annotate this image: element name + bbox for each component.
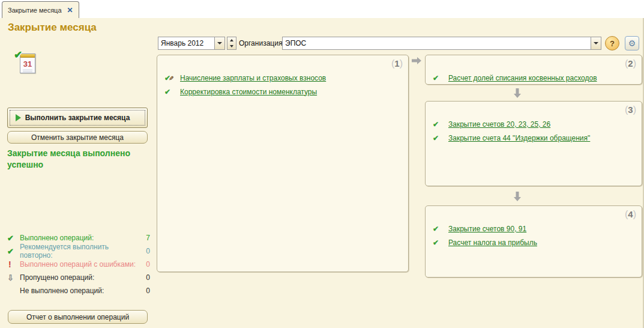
organization-label: Организация: xyxy=(239,39,284,47)
stat-value: 0 xyxy=(142,273,150,282)
operation-row: ✔Корректировка стоимости номенклатуры xyxy=(164,85,402,99)
tab-month-closing[interactable]: Закрытие месяца ✕ xyxy=(2,1,79,18)
settings-button[interactable]: ⚙ xyxy=(625,36,639,50)
stat-label: Не выполнено операций: xyxy=(20,287,142,295)
check-icon: ✔ xyxy=(433,120,443,129)
operation-row: ✔Расчет налога на прибыль xyxy=(433,235,636,249)
help-button[interactable]: ? xyxy=(605,36,619,50)
flow-arrow-down-icon xyxy=(513,88,522,99)
stat-label: Выполнено операций с ошибками: xyxy=(20,260,142,269)
flow-arrow-down-icon xyxy=(513,191,522,202)
execute-closing-button[interactable]: Выполнить закрытие месяца xyxy=(7,108,148,128)
month-closing-page: Закрытие месяца Январь 2012 Организация:… xyxy=(0,18,644,328)
month-closing-calendar-icon: 31 ✔ xyxy=(14,50,40,76)
operation-link[interactable]: Расчет долей списания косвенных расходов xyxy=(448,74,597,82)
operation-row: ✔Закрытие счетов 20, 23, 25, 26 xyxy=(433,117,636,131)
stage-panel-1: 1 ✔✎Начисление зарплаты и страховых взно… xyxy=(157,55,409,272)
stage-panel-3: 3 ✔Закрытие счетов 20, 23, 25, 26✔Закрыт… xyxy=(425,101,642,186)
operation-link[interactable]: Закрытие счета 44 "Издержки обращения" xyxy=(448,134,590,142)
operation-row: ✔Расчет долей списания косвенных расходо… xyxy=(433,71,636,85)
operation-link[interactable]: Закрытие счетов 90, 91 xyxy=(448,225,526,233)
operation-link[interactable]: Закрытие счетов 20, 23, 25, 26 xyxy=(448,120,550,129)
step-down-button[interactable] xyxy=(227,43,236,49)
stat-value: 7 xyxy=(142,234,150,242)
chevron-down-icon xyxy=(594,42,598,44)
flow-arrow-right-icon xyxy=(411,56,422,65)
check-icon: ✔ xyxy=(7,247,20,256)
status-message: Закрытие месяца выполнено успешно xyxy=(7,148,156,171)
stat-row: ⇩Пропущено операций:0 xyxy=(7,271,150,284)
operation-row: ✔Закрытие счета 44 "Издержки обращения" xyxy=(433,131,636,145)
stats-list: ✔Выполнено операций:7✔Рекомендуется выпо… xyxy=(7,231,150,297)
cancel-closing-label: Отменить закрытие месяца xyxy=(31,133,124,142)
play-icon xyxy=(16,114,21,121)
check-icon: ✔ xyxy=(14,49,22,61)
calendar-line xyxy=(23,70,32,70)
calendar-line xyxy=(23,71,32,72)
stat-row: !Выполнено операций с ошибками:0 xyxy=(7,258,150,271)
pencil-icon: ✎ xyxy=(169,75,173,82)
stage-number: 2 xyxy=(625,58,636,69)
period-select[interactable]: Январь 2012 xyxy=(158,37,225,50)
check-icon: ✔ xyxy=(433,238,443,247)
period-dropdown-button[interactable] xyxy=(214,37,224,49)
calendar-binding xyxy=(20,54,35,58)
check-icon: ✔ xyxy=(7,234,20,243)
organization-dropdown-button[interactable] xyxy=(591,37,601,49)
chevron-down-icon xyxy=(230,45,233,47)
operations-report-label: Отчет о выполнении операций xyxy=(26,313,129,321)
check-icon: ✔ xyxy=(433,74,443,82)
stat-label: Пропущено операций: xyxy=(20,273,142,282)
calendar-day: 31 xyxy=(20,59,35,68)
operations-report-button[interactable]: Отчет о выполнении операций xyxy=(8,310,148,324)
stage-operations: ✔Закрытие счетов 20, 23, 25, 26✔Закрытие… xyxy=(426,102,642,145)
period-value: Январь 2012 xyxy=(158,39,214,47)
stage-panel-4: 4 ✔Закрытие счетов 90, 91✔Расчет налога … xyxy=(425,205,642,278)
gear-icon: ⚙ xyxy=(628,38,636,48)
stat-label: Выполнено операций: xyxy=(20,234,142,242)
question-icon: ? xyxy=(610,39,615,48)
stat-value: 0 xyxy=(142,247,150,255)
operation-link[interactable]: Начисление зарплаты и страховых взносов xyxy=(180,74,326,82)
operation-link[interactable]: Расчет налога на прибыль xyxy=(448,238,537,247)
stat-value: 0 xyxy=(142,287,150,295)
check-icon: ✔ xyxy=(433,134,443,142)
operation-row: ✔Закрытие счетов 90, 91 xyxy=(433,222,636,235)
stage-operations: ✔Расчет долей списания косвенных расходо… xyxy=(426,55,642,85)
stage-operations: ✔Закрытие счетов 90, 91✔Расчет налога на… xyxy=(426,206,642,249)
close-icon[interactable]: ✕ xyxy=(67,6,73,14)
step-up-button[interactable] xyxy=(227,37,236,43)
page-title: Закрытие месяца xyxy=(8,22,97,34)
organization-value: ЭПОС xyxy=(283,39,591,47)
stat-value: 0 xyxy=(142,260,150,269)
execute-closing-label: Выполнить закрытие месяца xyxy=(25,114,130,122)
stage-operations: ✔✎Начисление зарплаты и страховых взносо… xyxy=(157,55,408,99)
cancel-closing-button[interactable]: Отменить закрытие месяца xyxy=(7,131,148,144)
operation-row: ✔✎Начисление зарплаты и страховых взносо… xyxy=(164,71,402,85)
organization-field[interactable]: ЭПОС xyxy=(282,37,601,50)
chevron-up-icon xyxy=(230,39,233,41)
exclaim-icon: ! xyxy=(7,260,20,269)
check-icon: ✔ xyxy=(433,225,443,233)
stage-number: 4 xyxy=(625,209,636,220)
stage-number: 1 xyxy=(391,58,403,69)
tab-bar: Закрытие месяца ✕ xyxy=(0,0,644,18)
tab-label: Закрытие месяца xyxy=(8,7,62,14)
check-pencil-icon: ✔✎ xyxy=(164,74,175,82)
stage-number: 3 xyxy=(625,105,636,115)
stage-panel-2: 2 ✔Расчет долей списания косвенных расхо… xyxy=(425,55,642,85)
operation-link[interactable]: Корректировка стоимости номенклатуры xyxy=(180,88,317,96)
check-icon: ✔ xyxy=(164,88,175,96)
down-arrow-icon: ⇩ xyxy=(7,273,20,282)
stat-row: ✔Рекомендуется выполнить повторно:0 xyxy=(7,244,150,258)
period-stepper[interactable] xyxy=(227,37,236,50)
stat-label: Рекомендуется выполнить повторно: xyxy=(20,243,142,260)
chevron-down-icon xyxy=(217,42,222,44)
stat-row: Не выполнено операций:0 xyxy=(7,284,150,297)
